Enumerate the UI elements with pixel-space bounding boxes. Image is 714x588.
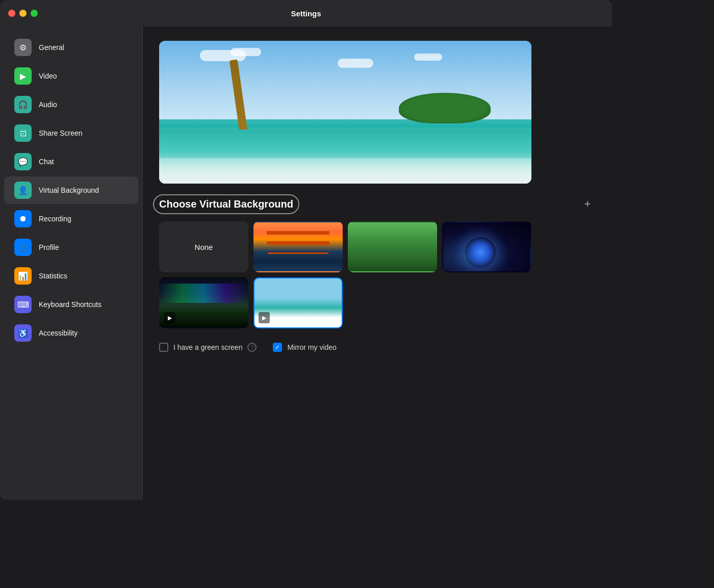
sidebar-icon-virtual-background: 👤: [14, 182, 32, 199]
sidebar-icon-audio: 🎧: [14, 96, 32, 113]
sidebar-icon-chat: 💬: [14, 153, 32, 170]
maximize-button[interactable]: [31, 10, 38, 17]
sidebar-icon-recording: ⏺: [14, 210, 32, 227]
sidebar-label-recording: Recording: [39, 215, 71, 223]
sidebar-item-general[interactable]: ⚙General: [4, 34, 138, 61]
background-item-beach[interactable]: ▶: [253, 277, 343, 328]
mirror-video-option: ✓ Mirror my video: [273, 343, 336, 352]
sidebar-item-audio[interactable]: 🎧Audio: [4, 91, 138, 118]
sidebar-icon-general: ⚙: [14, 39, 32, 56]
video-icon-beach: ▶: [259, 312, 270, 323]
mirror-video-label: Mirror my video: [287, 343, 336, 351]
sidebar-icon-video: ▶: [14, 67, 32, 85]
none-label: None: [195, 243, 213, 251]
background-item-grass[interactable]: [348, 221, 437, 272]
background-item-none[interactable]: None: [159, 221, 248, 272]
green-screen-label: I have a green screen: [173, 343, 242, 351]
beach-preview-scene: [159, 41, 531, 184]
backgrounds-grid: None▶▶: [159, 221, 531, 328]
traffic-lights: [8, 10, 38, 17]
sidebar-icon-accessibility: ♿: [14, 324, 32, 342]
sidebar-icon-keyboard-shortcuts: ⌨: [14, 296, 32, 313]
background-item-space[interactable]: [442, 221, 531, 272]
sidebar-item-keyboard-shortcuts[interactable]: ⌨Keyboard Shortcuts: [4, 291, 138, 318]
cloud-4: [414, 54, 442, 61]
add-background-button[interactable]: +: [579, 196, 596, 212]
minimize-button[interactable]: [19, 10, 27, 17]
video-icon-aurora: ▶: [164, 312, 175, 323]
sidebar-label-chat: Chat: [39, 158, 54, 166]
sidebar-icon-statistics: 📊: [14, 267, 32, 285]
sidebar-item-virtual-background[interactable]: 👤Virtual Background: [4, 176, 138, 204]
background-item-aurora[interactable]: ▶: [159, 277, 248, 328]
sidebar-label-general: General: [39, 43, 64, 52]
background-preview: [159, 41, 531, 184]
section-title: Choose Virtual Background: [159, 198, 293, 210]
sidebar-item-statistics[interactable]: 📊Statistics: [4, 262, 138, 290]
sidebar-label-video: Video: [39, 72, 57, 80]
sidebar-label-keyboard-shortcuts: Keyboard Shortcuts: [39, 300, 101, 309]
title-bar: Settings: [0, 0, 612, 27]
content-area: Choose Virtual Background + None▶▶ I hav…: [143, 27, 612, 500]
footer-options: I have a green screen ? ✓ Mirror my vide…: [159, 343, 531, 352]
sidebar-item-accessibility[interactable]: ♿Accessibility: [4, 319, 138, 347]
sidebar-item-video[interactable]: ▶Video: [4, 62, 138, 90]
sidebar-label-statistics: Statistics: [39, 272, 67, 280]
sidebar-icon-share-screen: ⊡: [14, 124, 32, 142]
window-title: Settings: [291, 9, 321, 18]
background-item-golden-gate[interactable]: [253, 221, 343, 272]
sidebar-label-audio: Audio: [39, 100, 57, 109]
green-screen-option: I have a green screen ?: [159, 343, 257, 352]
green-screen-help-icon[interactable]: ?: [247, 343, 257, 352]
section-header: Choose Virtual Background +: [159, 196, 596, 212]
sidebar-label-profile: Profile: [39, 243, 59, 251]
sidebar-item-recording[interactable]: ⏺Recording: [4, 205, 138, 233]
sidebar-item-chat[interactable]: 💬Chat: [4, 148, 138, 175]
island: [399, 93, 491, 123]
cloud-2: [231, 48, 261, 56]
sidebar-label-share-screen: Share Screen: [39, 129, 83, 137]
green-screen-checkbox[interactable]: [159, 343, 168, 352]
sidebar-item-share-screen[interactable]: ⊡Share Screen: [4, 119, 138, 147]
sand-layer: [159, 158, 531, 184]
mirror-video-checkbox[interactable]: ✓: [273, 343, 282, 352]
sidebar-item-profile[interactable]: 👤Profile: [4, 234, 138, 261]
sidebar-icon-profile: 👤: [14, 239, 32, 256]
main-layout: ⚙General▶Video🎧Audio⊡Share Screen💬Chat👤V…: [0, 27, 612, 500]
sidebar-label-accessibility: Accessibility: [39, 329, 78, 337]
section-title-wrapper: Choose Virtual Background: [159, 198, 293, 210]
sidebar-label-virtual-background: Virtual Background: [39, 186, 99, 194]
cloud-3: [338, 59, 373, 68]
sidebar: ⚙General▶Video🎧Audio⊡Share Screen💬Chat👤V…: [0, 27, 143, 500]
close-button[interactable]: [8, 10, 15, 17]
